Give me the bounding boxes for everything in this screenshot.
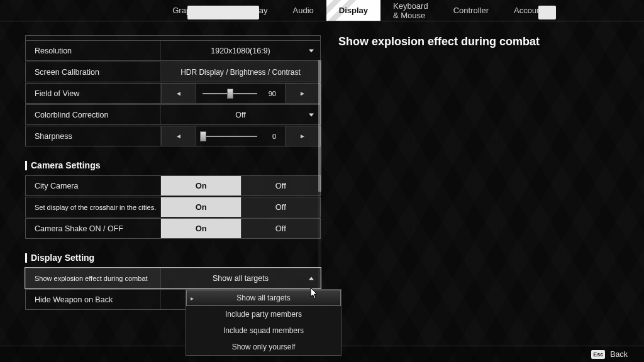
colorblind-label: Colorblind Correction [26,105,161,124]
row-field-of-view[interactable]: Field of View ◄ 90 ► [25,83,321,104]
city-camera-label: City Camera [26,176,161,195]
sharpness-decrement-button[interactable]: ◄ [161,126,196,146]
screen-calibration-label: Screen Calibration [26,62,161,82]
screen-calibration-button[interactable]: HDR Display / Brightness / Contrast [161,62,320,82]
crosshair-cities-label: Set display of the crosshair in the citi… [26,197,161,217]
sharpness-slider[interactable]: 0 [196,126,285,146]
explosion-option-only-yourself[interactable]: Show only yourself [186,339,341,355]
city-camera-toggle[interactable]: On Off [161,176,320,195]
resolution-value: 1920x1080(16:9) [211,47,270,55]
row-screen-calibration[interactable]: Screen Calibration HDR Display / Brightn… [25,62,321,82]
chevron-down-icon [309,113,314,116]
row-sharpness[interactable]: Sharpness ◄ 0 ► [25,126,321,146]
tab-display[interactable]: Display [326,0,380,21]
camera-shake-toggle[interactable]: On Off [161,219,320,238]
settings-tabbar: Q Graphics Gameplay Audio Display Keyboa… [0,0,644,21]
resolution-label: Resolution [26,41,161,60]
explosion-option-party-members[interactable]: Include party members [186,306,341,322]
slider-thumb[interactable] [227,89,233,99]
tab-controller[interactable]: Controller [441,0,501,21]
screen-calibration-value: HDR Display / Brightness / Contrast [180,68,301,77]
row-camera-shake[interactable]: Camera Shake ON / OFF On Off [25,218,321,239]
back-key-badge: Esc [591,350,605,359]
explosion-effect-value: Show all targets [213,274,269,283]
chevron-down-icon [309,277,314,280]
description-panel: Show explosion effect during combat [321,21,644,346]
row-crosshair-cities[interactable]: Set display of the crosshair in the citi… [25,197,321,217]
explosion-effect-label: Show explosion effect during combat [26,268,161,288]
fov-slider[interactable]: 90 [196,84,285,103]
sharpness-value: 0 [272,133,276,140]
scrollbar-thumb[interactable] [318,60,321,192]
list-top-edge [25,35,321,40]
sharpness-label: Sharpness [26,126,161,146]
fov-label: Field of View [26,84,161,103]
section-heading-camera: Camera Settings [25,160,321,170]
settings-list: Resolution 1920x1080(16:9) Screen Calibr… [0,21,321,346]
fov-value: 90 [269,90,276,97]
explosion-option-all-targets[interactable]: Show all targets [186,290,341,306]
explosion-effect-options[interactable]: Show all targets Include party members I… [186,289,341,356]
tab-audio[interactable]: Audio [280,0,326,21]
slider-thumb[interactable] [200,131,206,141]
row-colorblind[interactable]: Colorblind Correction Off [25,104,321,125]
toggle-off[interactable]: Off [241,176,321,195]
description-title: Show explosion effect during combat [338,35,644,48]
fov-increment-button[interactable]: ► [285,84,320,103]
fov-decrement-button[interactable]: ◄ [161,84,196,103]
row-explosion-effect[interactable]: Show explosion effect during combat Show… [25,268,321,288]
prev-tab-key-hint: Q [187,6,259,19]
chevron-down-icon [309,49,314,52]
crosshair-cities-toggle[interactable]: On Off [161,197,320,217]
section-heading-display: Display Setting [25,253,321,263]
next-tab-key-hint: E [538,6,556,19]
explosion-option-squad-members[interactable]: Include squad members [186,322,341,339]
camera-shake-label: Camera Shake ON / OFF [26,219,161,238]
hide-weapon-label: Hide Weapon on Back [26,290,161,309]
row-resolution[interactable]: Resolution 1920x1080(16:9) [25,40,321,61]
toggle-on[interactable]: On [161,219,241,238]
slider-track [203,136,257,137]
back-button[interactable]: Back [610,350,628,359]
resolution-dropdown[interactable]: 1920x1080(16:9) [161,41,320,60]
tab-keyboard-mouse[interactable]: Keyboard & Mouse [380,0,441,21]
colorblind-value: Off [235,111,245,119]
sharpness-increment-button[interactable]: ► [285,126,320,146]
toggle-on[interactable]: On [161,176,241,195]
colorblind-dropdown[interactable]: Off [161,105,320,124]
row-city-camera[interactable]: City Camera On Off [25,175,321,196]
explosion-effect-dropdown[interactable]: Show all targets [161,268,320,288]
toggle-off[interactable]: Off [241,219,321,238]
toggle-on[interactable]: On [161,197,241,217]
toggle-off[interactable]: Off [241,197,321,217]
